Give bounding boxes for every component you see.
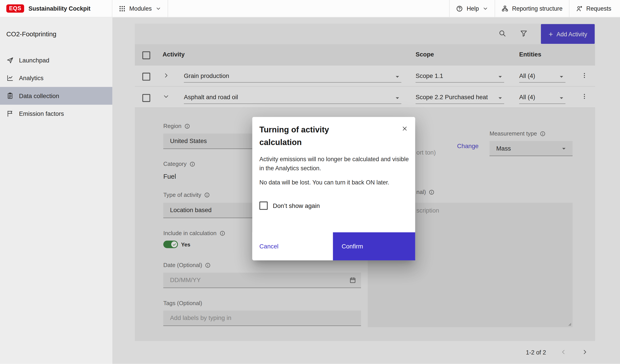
dialog-text-1: Activity emissions will no longer be cal… bbox=[260, 155, 410, 173]
cancel-button[interactable]: Cancel bbox=[252, 232, 333, 260]
include-toggle[interactable] bbox=[163, 241, 178, 248]
app-window: EQS Sustainability Cockpit Modules Help … bbox=[0, 0, 620, 364]
org-chart-icon bbox=[501, 5, 509, 12]
label-text: Category bbox=[163, 161, 186, 167]
kebab-icon bbox=[581, 72, 588, 79]
info-icon[interactable] bbox=[205, 262, 211, 268]
activity-select[interactable]: Asphalt and road oil bbox=[184, 91, 401, 104]
sidebar-item-label: Emission factors bbox=[19, 110, 64, 117]
requests-button[interactable]: Requests bbox=[569, 0, 620, 17]
expand-row-button[interactable] bbox=[161, 71, 171, 81]
row-menu-button[interactable] bbox=[580, 93, 589, 101]
sidebar-item-analytics[interactable]: Analytics bbox=[0, 69, 112, 87]
entities-select[interactable]: All (4) bbox=[519, 70, 565, 83]
emission-factors-icon bbox=[6, 110, 14, 117]
scope-select[interactable]: Scope 2.2 Purchased heat bbox=[416, 91, 504, 104]
module-title: CO2-Footprinting bbox=[0, 17, 112, 51]
entities-select[interactable]: All (4) bbox=[519, 91, 565, 104]
table-toolbar: + Add Activity bbox=[135, 24, 595, 44]
label-text: Region bbox=[163, 123, 182, 129]
arrow-left-icon bbox=[560, 348, 567, 355]
row-menu-button[interactable] bbox=[580, 72, 589, 80]
change-link[interactable]: Change bbox=[457, 143, 479, 150]
sidebar-nav: Launchpad Analytics Data collection Emis… bbox=[0, 51, 112, 122]
dropdown-caret-icon bbox=[558, 73, 565, 81]
dont-show-again-option[interactable]: Don’t show again bbox=[260, 202, 320, 210]
dropdown-caret-icon bbox=[394, 73, 402, 81]
filter-button[interactable] bbox=[519, 29, 528, 39]
plus-icon: + bbox=[549, 30, 553, 38]
select-all-checkbox[interactable] bbox=[142, 51, 150, 59]
dialog-title: Turning of activity calculation bbox=[260, 123, 350, 148]
include-in-calculation-label: Include in calculation bbox=[163, 230, 225, 236]
region-value: United States bbox=[170, 137, 207, 145]
help-menu-button[interactable]: Help bbox=[450, 0, 495, 17]
next-page-button[interactable] bbox=[580, 348, 590, 357]
category-value: Fuel bbox=[163, 173, 176, 180]
reporting-structure-label: Reporting structure bbox=[512, 5, 563, 12]
info-icon[interactable] bbox=[219, 230, 225, 236]
add-activity-button[interactable]: + Add Activity bbox=[541, 24, 595, 44]
region-label: Region bbox=[163, 123, 190, 129]
topbar-spacer bbox=[168, 0, 450, 17]
reporting-structure-button[interactable]: Reporting structure bbox=[495, 0, 569, 17]
close-dialog-button[interactable] bbox=[399, 124, 409, 134]
tags-label: Tags (Optional) bbox=[163, 300, 202, 306]
date-input[interactable] bbox=[170, 277, 349, 284]
activity-value: Grain production bbox=[184, 73, 229, 79]
analytics-icon bbox=[6, 74, 14, 82]
modules-label: Modules bbox=[129, 5, 152, 12]
modules-grid-icon bbox=[119, 5, 126, 12]
dont-show-again-checkbox[interactable] bbox=[260, 202, 268, 210]
search-button[interactable] bbox=[497, 29, 507, 39]
activity-value: Asphalt and road oil bbox=[184, 94, 238, 101]
category-label: Category bbox=[163, 161, 195, 167]
label-text: Measurement type bbox=[490, 131, 537, 137]
arrow-right-icon bbox=[581, 348, 588, 355]
resize-grip-icon[interactable] bbox=[565, 320, 572, 326]
topbar: EQS Sustainability Cockpit Modules Help … bbox=[0, 0, 620, 17]
measurement-type-select[interactable]: Mass bbox=[490, 141, 573, 156]
dropdown-caret-icon bbox=[560, 144, 568, 152]
previous-page-button[interactable] bbox=[559, 348, 568, 357]
kebab-icon bbox=[581, 93, 588, 100]
scope-select[interactable]: Scope 1.1 bbox=[416, 70, 504, 83]
sidebar-item-label: Launchpad bbox=[19, 57, 49, 64]
info-icon[interactable] bbox=[189, 161, 195, 167]
sidebar-item-emission-factors[interactable]: Emission factors bbox=[0, 105, 112, 122]
sidebar-item-data-collection[interactable]: Data collection bbox=[0, 87, 112, 105]
info-icon[interactable] bbox=[540, 131, 546, 137]
collapse-row-button[interactable] bbox=[161, 92, 171, 102]
info-icon[interactable] bbox=[429, 189, 435, 195]
tags-input[interactable] bbox=[170, 314, 356, 321]
pagination-bar: 1-2 of 2 bbox=[135, 341, 595, 364]
row-checkbox[interactable] bbox=[142, 73, 150, 81]
info-icon[interactable] bbox=[204, 192, 210, 198]
close-icon bbox=[401, 125, 408, 132]
check-icon bbox=[172, 242, 176, 247]
calendar-icon[interactable] bbox=[349, 277, 356, 284]
launchpad-icon bbox=[6, 57, 14, 64]
sidebar-item-label: Data collection bbox=[19, 92, 59, 99]
activity-select[interactable]: Grain production bbox=[184, 70, 401, 83]
row-checkbox[interactable] bbox=[142, 94, 150, 102]
type-value: Location based bbox=[170, 206, 212, 214]
pagination-range: 1-2 of 2 bbox=[526, 349, 546, 356]
table-row: Grain production Scope 1.1 All (4) bbox=[135, 66, 595, 87]
sidebar-item-label: Analytics bbox=[19, 74, 44, 82]
label-text: Date (Optional) bbox=[163, 262, 202, 268]
modules-menu-button[interactable]: Modules bbox=[112, 0, 168, 17]
toggle-state-label: Yes bbox=[181, 242, 190, 248]
label-text: Type of activity bbox=[163, 191, 201, 198]
brand-area: EQS Sustainability Cockpit bbox=[0, 0, 112, 17]
app-title: Sustainability Cockpit bbox=[29, 5, 91, 12]
scope-value: Scope 1.1 bbox=[416, 73, 443, 79]
confirm-button[interactable]: Confirm bbox=[333, 232, 415, 260]
type-of-activity-label: Type of activity bbox=[163, 191, 210, 198]
dont-show-again-label: Don’t show again bbox=[273, 202, 320, 209]
dialog-footer: Cancel Confirm bbox=[252, 232, 415, 260]
table-header-row: Activity Scope Entities bbox=[135, 44, 595, 66]
sidebar-item-launchpad[interactable]: Launchpad bbox=[0, 51, 112, 69]
requests-label: Requests bbox=[586, 5, 611, 12]
info-icon[interactable] bbox=[184, 123, 190, 129]
